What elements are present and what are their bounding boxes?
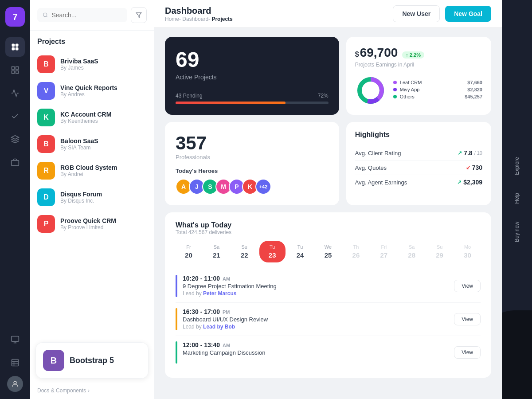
- event-view-button[interactable]: View: [454, 313, 481, 325]
- project-list: B Briviba SaaS By James V Vine Quick Rep…: [30, 49, 154, 337]
- legend-dot: [393, 81, 397, 84]
- new-goal-button[interactable]: New Goal: [445, 6, 491, 22]
- project-info: RGB Cloud System By Andrei: [60, 164, 117, 177]
- project-name: Disqus Forum: [60, 191, 102, 198]
- nav-icon-table[interactable]: [5, 353, 25, 372]
- day-item[interactable]: Th 26: [343, 241, 369, 262]
- project-author: By SIA Team: [60, 145, 98, 151]
- progress-info: 43 Pending 72%: [176, 93, 329, 99]
- event-bar: [176, 275, 177, 297]
- events-list: 10:20 - 11:00 AM 9 Degree Project Estima…: [176, 270, 481, 369]
- heroes-section: Today's Heroes AJSMPK+42: [176, 168, 329, 195]
- professionals-count: 357: [176, 133, 329, 154]
- progress-section: 43 Pending 72%: [176, 93, 329, 104]
- user-avatar[interactable]: [7, 376, 23, 392]
- event-view-button[interactable]: View: [454, 280, 481, 292]
- sidebar-footer-docs[interactable]: Docs & Components ›: [30, 384, 154, 399]
- svg-rect-10: [12, 336, 19, 342]
- project-name: RGB Cloud System: [60, 164, 117, 171]
- search-input[interactable]: [51, 12, 122, 19]
- project-name: Vine Quick Reports: [60, 84, 117, 91]
- nav-icon-briefcase[interactable]: [5, 153, 25, 172]
- list-item[interactable]: K KC Account CRM By Keenthemes: [34, 104, 150, 131]
- buy-now-tab[interactable]: Buy now: [510, 213, 524, 251]
- day-item[interactable]: Su 29: [426, 241, 453, 262]
- new-user-button[interactable]: New User: [393, 5, 440, 22]
- event-person-link[interactable]: Lead by Bob: [203, 324, 235, 330]
- day-item[interactable]: Mo 30: [454, 241, 481, 262]
- search-icon: [43, 12, 48, 18]
- explore-tab[interactable]: Explore: [510, 148, 524, 184]
- project-author: By James: [60, 65, 98, 71]
- list-item[interactable]: B Briviba SaaS By James: [34, 51, 150, 78]
- legend-dot: [393, 95, 397, 98]
- avatars-row: AJSMPK+42: [176, 179, 329, 195]
- event-content: 10:20 - 11:00 AM 9 Degree Project Estima…: [183, 275, 449, 297]
- nav-icon-grid[interactable]: [5, 60, 25, 80]
- day-number: 27: [372, 251, 395, 259]
- nav-icon-chart[interactable]: [5, 83, 25, 103]
- day-item[interactable]: Fri 27: [371, 241, 397, 262]
- list-item[interactable]: V Vine Quick Reports By Andres: [34, 78, 150, 104]
- event-bar: [176, 308, 177, 330]
- sidebar-footer-label: Docs & Components: [37, 387, 86, 394]
- table-row: Avg. Quotes ↙ 730: [355, 160, 482, 175]
- avatar-more: +42: [255, 179, 271, 195]
- day-name: Fr: [177, 244, 200, 250]
- day-item[interactable]: Sa 21: [203, 241, 230, 262]
- user-number-badge[interactable]: 7: [5, 7, 25, 27]
- event-content: 16:30 - 17:00 PM Dashboard UI/UX Design …: [183, 308, 449, 330]
- nav-icon-monitor[interactable]: [5, 330, 25, 349]
- svg-point-17: [14, 381, 16, 384]
- day-item[interactable]: We 25: [315, 241, 341, 262]
- project-icon: P: [37, 215, 55, 233]
- event-ampm: AM: [223, 343, 230, 348]
- search-box[interactable]: [37, 8, 127, 22]
- list-item[interactable]: D Disqus Forum By Disqus Inc.: [34, 184, 150, 211]
- nav-icon-layers[interactable]: [5, 129, 25, 149]
- list-item: 10:20 - 11:00 AM 9 Degree Project Estima…: [176, 270, 481, 303]
- legend-label: Leaf CRM: [393, 80, 422, 85]
- project-author: By Keenthemes: [60, 118, 111, 124]
- breadcrumb-dashboard: Dashboard-: [182, 16, 210, 22]
- event-content: 12:00 - 13:40 AM Marketing Campaign Disc…: [183, 341, 449, 356]
- event-person-link[interactable]: Peter Marcus: [203, 290, 236, 297]
- svg-rect-9: [12, 160, 19, 166]
- project-info: Proove Quick CRM By Proove Limited: [60, 217, 116, 231]
- list-item[interactable]: P Proove Quick CRM By Proove Limited: [34, 211, 150, 237]
- day-item[interactable]: Tu 24: [287, 241, 313, 262]
- bootstrap-card[interactable]: B Bootstrap 5: [35, 342, 149, 379]
- day-item[interactable]: Tu 23: [259, 241, 286, 262]
- event-title: Marketing Campaign Discussion: [183, 349, 449, 356]
- trend-icon: ↗: [458, 150, 462, 156]
- nav-icon-check[interactable]: [5, 106, 25, 126]
- day-item[interactable]: Su 22: [231, 241, 258, 262]
- legend-value: $45,257: [465, 94, 482, 99]
- list-item[interactable]: B Baloon SaaS By SIA Team: [34, 131, 150, 157]
- day-item[interactable]: Fr 20: [176, 241, 202, 262]
- sidebar-projects-title: Projects: [30, 31, 154, 49]
- day-item[interactable]: Sa 28: [399, 241, 425, 262]
- project-icon: V: [37, 82, 55, 100]
- calendar-subtitle: Total 424,567 deliveries: [176, 229, 481, 235]
- highlight-value: ↗ 7.8 / 10: [458, 149, 482, 156]
- list-item[interactable]: R RGB Cloud System By Andrei: [34, 157, 150, 184]
- active-projects-label: Active Projects: [176, 74, 329, 81]
- help-tab[interactable]: Help: [510, 184, 524, 213]
- filter-button[interactable]: [131, 7, 147, 23]
- event-lead: Lead by Peter Marcus: [183, 290, 449, 297]
- bootstrap-title: Bootstrap 5: [70, 356, 114, 365]
- event-view-button[interactable]: View: [454, 346, 481, 359]
- event-time: 12:00 - 13:40 AM: [183, 341, 449, 348]
- dashboard-content: 69 Active Projects 43 Pending 72% $: [154, 28, 502, 399]
- project-author: By Disqus Inc.: [60, 198, 102, 204]
- nav-icon-home[interactable]: [5, 37, 25, 57]
- legend-label: Others: [393, 94, 415, 99]
- project-info: Baloon SaaS By SIA Team: [60, 137, 98, 151]
- filter-icon: [136, 12, 142, 18]
- professionals-label: Professionals: [176, 154, 329, 160]
- breadcrumb: Dashboard Home- Dashboard- Projects: [165, 6, 233, 22]
- project-name: Proove Quick CRM: [60, 217, 116, 224]
- row-2: 357 Professionals Today's Heroes AJSMPK+…: [165, 122, 491, 205]
- days-row: Fr 20 Sa 21 Su 22 Tu 23 Tu 24 We 25 Th 2…: [176, 241, 481, 262]
